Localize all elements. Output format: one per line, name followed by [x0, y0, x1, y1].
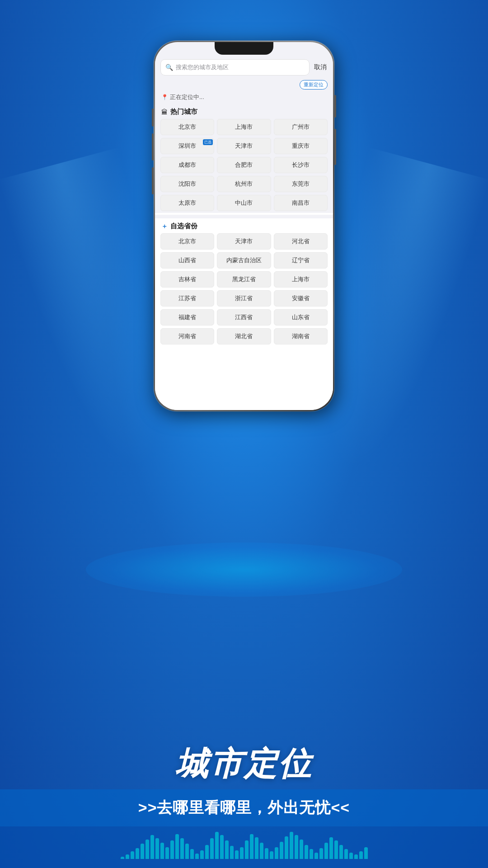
- wave-bar: [275, 847, 278, 859]
- search-icon: 🔍: [165, 64, 173, 71]
- hot-city-button[interactable]: 上海市: [217, 119, 271, 135]
- hot-city-button[interactable]: 成都市: [160, 157, 214, 173]
- search-header: 🔍 搜索您的城市及地区 取消: [155, 56, 333, 79]
- province-button[interactable]: 湖南省: [274, 328, 328, 344]
- wave-bar: [136, 848, 139, 859]
- sub-banner: >>去哪里看哪里，外出无忧<<: [0, 789, 488, 826]
- hot-city-button[interactable]: 长沙市: [274, 157, 328, 173]
- hot-city-button[interactable]: 天津市: [217, 138, 271, 154]
- wave-bar: [131, 851, 134, 859]
- province-button[interactable]: 吉林省: [160, 271, 214, 288]
- province-button[interactable]: 福建省: [160, 309, 214, 326]
- wave-bar: [364, 847, 368, 859]
- hot-city-button[interactable]: 东莞市: [274, 176, 328, 192]
- wave-bar: [250, 834, 253, 859]
- wave-bar: [240, 847, 244, 859]
- province-button[interactable]: 浙江省: [217, 290, 271, 307]
- hot-city-button[interactable]: 太原市: [160, 195, 214, 211]
- wave-bar: [155, 838, 159, 859]
- sub-text: >>去哪里看哪里，外出无忧<<: [138, 799, 350, 816]
- platform-glow: [86, 542, 402, 597]
- hot-cities-title: 热门城市: [170, 108, 197, 116]
- relocate-row: 重新定位: [155, 79, 333, 91]
- wave-bar: [121, 857, 124, 859]
- relocate-button[interactable]: 重新定位: [300, 80, 328, 90]
- province-title: 自选省份: [170, 222, 197, 231]
- wave-bar: [305, 845, 308, 859]
- hot-city-button[interactable]: 合肥市: [217, 157, 271, 173]
- wave-bar: [195, 854, 199, 859]
- cancel-button[interactable]: 取消: [313, 61, 328, 73]
- wave-bar: [255, 837, 258, 859]
- wave-bar: [314, 853, 318, 859]
- hot-city-button[interactable]: 杭州市: [217, 176, 271, 192]
- phone-screen: 🔍 搜索您的城市及地区 取消 重新定位 📍 正在定位中...: [155, 42, 333, 410]
- province-button[interactable]: 辽宁省: [274, 252, 328, 269]
- wave-bar: [324, 843, 328, 859]
- wave-bar: [295, 835, 298, 859]
- building-icon: 🏛: [161, 108, 168, 116]
- wave-bar: [190, 849, 194, 859]
- search-placeholder-text: 搜索您的城市及地区: [176, 63, 229, 71]
- wave-bar: [339, 845, 343, 859]
- province-button[interactable]: 内蒙古自治区: [217, 252, 271, 269]
- wave-bar: [220, 835, 224, 859]
- province-button[interactable]: 安徽省: [274, 290, 328, 307]
- wave-bar: [329, 837, 333, 859]
- hot-cities-header: 🏛 热门城市: [155, 104, 333, 119]
- wave-bar: [185, 844, 189, 859]
- province-button[interactable]: 山东省: [274, 309, 328, 326]
- wave-bar: [215, 832, 219, 859]
- wave-bar: [225, 840, 229, 859]
- province-section: ＋ 自选省份 北京市天津市河北省山西省内蒙古自治区辽宁省吉林省黑龙江省上海市江苏…: [155, 218, 333, 410]
- wave-bar: [175, 834, 179, 859]
- hot-city-button[interactable]: 北京市: [160, 119, 214, 135]
- wave-bar: [285, 836, 288, 859]
- wave-bar: [150, 835, 154, 859]
- province-header: ＋ 自选省份: [155, 218, 333, 233]
- wave-bar: [334, 840, 338, 859]
- wave-bar: [160, 843, 164, 859]
- hot-city-button[interactable]: 深圳市已选: [160, 138, 214, 154]
- province-button[interactable]: 北京市: [160, 233, 214, 250]
- province-button[interactable]: 天津市: [217, 233, 271, 250]
- wave-bar: [354, 854, 358, 859]
- locating-status-text: 正在定位中...: [170, 93, 204, 101]
- province-button[interactable]: 湖北省: [217, 328, 271, 344]
- province-button[interactable]: 山西省: [160, 252, 214, 269]
- wave-bar: [260, 843, 263, 859]
- section-divider: [155, 215, 333, 218]
- hot-city-button[interactable]: 南昌市: [274, 195, 328, 211]
- wave-bar: [265, 848, 268, 859]
- phone-mockup: 🔍 搜索您的城市及地区 取消 重新定位 📍 正在定位中...: [154, 41, 334, 411]
- hot-city-button[interactable]: 重庆市: [274, 138, 328, 154]
- province-button[interactable]: 河南省: [160, 328, 214, 344]
- province-button[interactable]: 黑龙江省: [217, 271, 271, 288]
- hot-city-button[interactable]: 沈阳市: [160, 176, 214, 192]
- wave-bar: [141, 844, 144, 859]
- province-button[interactable]: 上海市: [274, 271, 328, 288]
- province-button[interactable]: 江西省: [217, 309, 271, 326]
- mute-button: [152, 108, 154, 127]
- hot-city-button[interactable]: 广州市: [274, 119, 328, 135]
- wave-bar: [126, 854, 129, 859]
- province-button[interactable]: 河北省: [274, 233, 328, 250]
- wave-bar: [319, 848, 323, 859]
- wave-bar: [270, 851, 273, 859]
- wave-bar: [205, 845, 209, 859]
- province-button[interactable]: 江苏省: [160, 290, 214, 307]
- location-icon: 📍: [161, 94, 168, 100]
- wave-bar: [180, 838, 184, 859]
- search-bar[interactable]: 🔍 搜索您的城市及地区: [160, 59, 310, 75]
- plus-icon: ＋: [161, 222, 168, 231]
- wave-bar: [344, 849, 348, 859]
- wave-visualizer: [0, 826, 488, 868]
- locating-row: 📍 正在定位中...: [155, 91, 333, 104]
- notch: [215, 42, 273, 55]
- phone-frame: 🔍 搜索您的城市及地区 取消 重新定位 📍 正在定位中...: [154, 41, 334, 411]
- wave-bar: [145, 840, 149, 859]
- hot-city-button[interactable]: 中山市: [217, 195, 271, 211]
- power-button: [334, 95, 336, 118]
- wave-bar: [235, 850, 239, 859]
- province-grid: 北京市天津市河北省山西省内蒙古自治区辽宁省吉林省黑龙江省上海市江苏省浙江省安徽省…: [155, 233, 333, 346]
